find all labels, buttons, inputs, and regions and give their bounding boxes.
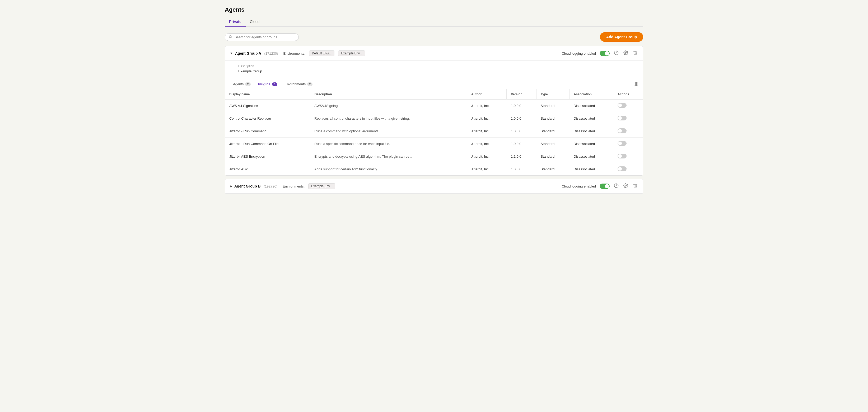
cell-type: Standard	[536, 100, 569, 112]
svg-point-8	[625, 185, 626, 186]
cell-association: Disassociated	[569, 100, 613, 112]
group-id-b: (192720)	[263, 184, 278, 188]
cell-description: Adds support for certain AS2 functionali…	[310, 163, 467, 176]
group-id-a: (171230)	[264, 52, 278, 56]
table-row: Jitterbit - Run Command Runs a command w…	[225, 125, 643, 137]
delete-icon-b[interactable]	[632, 183, 638, 190]
table-row: Jitterbit AES Encryption Encrypts and de…	[225, 150, 643, 163]
cell-version: 1.0.0.0	[507, 125, 536, 137]
chevron-right-icon-b[interactable]: ▶	[230, 184, 232, 188]
top-tabs-bar: Private Cloud	[225, 18, 643, 27]
plugins-badge: 0	[272, 83, 277, 86]
association-toggle[interactable]	[618, 141, 626, 146]
cell-author: Jitterbit, Inc.	[467, 125, 506, 137]
add-agent-group-button[interactable]: Add Agent Group	[600, 32, 643, 42]
settings-icon-a[interactable]	[623, 50, 629, 57]
cell-type: Standard	[536, 125, 569, 137]
inner-tab-agents[interactable]: Agents 2	[230, 80, 254, 89]
association-toggle[interactable]	[618, 128, 626, 133]
svg-point-0	[229, 36, 231, 38]
plugins-table: Display name ↑ Description Author Versio…	[225, 89, 643, 176]
cell-description: Replaces all control characters in input…	[310, 112, 467, 125]
toolbar: Add Agent Group	[225, 32, 643, 42]
group-header-a: ▼ Agent Group A (171230) Environments: D…	[225, 46, 643, 61]
env-badge-default[interactable]: Default Envi...	[309, 51, 335, 56]
association-toggle[interactable]	[618, 166, 626, 171]
cloud-logging-toggle-b[interactable]	[600, 184, 610, 189]
cell-association: Disassociated	[569, 150, 613, 163]
description-label: Description	[238, 64, 630, 68]
cell-association: Disassociated	[569, 163, 613, 176]
table-row: Jitterbit - Run Command On File Runs a s…	[225, 137, 643, 150]
description-value: Example Group	[238, 69, 630, 73]
tab-cloud[interactable]: Cloud	[246, 18, 264, 27]
cloud-logging-label-b: Cloud logging enabled	[562, 184, 596, 188]
cell-type: Standard	[536, 150, 569, 163]
association-toggle[interactable]	[618, 103, 626, 108]
cell-author: Jitterbit, Inc.	[467, 163, 506, 176]
col-description: Description	[310, 89, 467, 100]
inner-tab-plugins[interactable]: Plugins 0	[255, 80, 281, 89]
svg-rect-4	[634, 82, 635, 86]
cloud-logging-toggle-a[interactable]	[600, 51, 610, 56]
cell-version: 1.0.0.0	[507, 137, 536, 150]
cell-type: Standard	[536, 112, 569, 125]
inner-tabs-a: Agents 2 Plugins 0 Environments 2	[225, 77, 643, 89]
table-row: Jitterbit AS2 Adds support for certain A…	[225, 163, 643, 176]
cell-actions	[613, 150, 643, 163]
cell-actions	[613, 137, 643, 150]
cell-association: Disassociated	[569, 112, 613, 125]
search-input[interactable]	[235, 35, 295, 39]
delete-icon-a[interactable]	[632, 50, 638, 57]
group-name-b: Agent Group B	[234, 184, 261, 188]
association-toggle[interactable]	[618, 154, 626, 158]
cell-author: Jitterbit, Inc.	[467, 100, 506, 112]
cell-description: Runs a specific command once for each in…	[310, 137, 467, 150]
chevron-down-icon[interactable]: ▼	[230, 52, 233, 55]
environments-badge: 2	[307, 83, 312, 86]
cell-actions	[613, 100, 643, 112]
col-actions: Actions	[613, 89, 643, 100]
search-icon	[229, 35, 232, 39]
cell-version: 1.0.0.0	[507, 163, 536, 176]
columns-icon[interactable]	[633, 82, 638, 87]
cell-display-name: Jitterbit AES Encryption	[225, 150, 310, 163]
cell-description: AWSV4Signing	[310, 100, 467, 112]
col-association: Association	[569, 89, 613, 100]
environments-label-a: Environments:	[283, 52, 305, 56]
col-author: Author	[467, 89, 506, 100]
cell-display-name: Jitterbit - Run Command On File	[225, 137, 310, 150]
schedule-icon-a[interactable]	[613, 50, 619, 57]
col-version: Version	[507, 89, 536, 100]
environments-label-b: Environments:	[283, 184, 305, 188]
svg-rect-6	[637, 82, 638, 86]
agent-group-card-b: ▶ Agent Group B (192720) Environments: E…	[225, 179, 643, 194]
inner-tab-environments[interactable]: Environments 2	[282, 80, 316, 89]
search-box[interactable]	[225, 33, 299, 41]
col-display-name[interactable]: Display name ↑	[225, 89, 310, 100]
cell-description: Encrypts and decrypts using AES algorith…	[310, 150, 467, 163]
settings-icon-b[interactable]	[623, 183, 629, 190]
svg-rect-5	[636, 82, 637, 86]
schedule-icon-b[interactable]	[613, 183, 619, 190]
cell-author: Jitterbit, Inc.	[467, 150, 506, 163]
group-name-a: Agent Group A	[235, 51, 261, 56]
cell-display-name: AWS V4 Signature	[225, 100, 310, 112]
agent-group-card-a: ▼ Agent Group A (171230) Environments: D…	[225, 46, 643, 176]
table-row: Control Character Replacer Replaces all …	[225, 112, 643, 125]
group-body-a: Description Example Group	[225, 61, 643, 77]
cell-description: Runs a command with optional arguments.	[310, 125, 467, 137]
tab-private[interactable]: Private	[225, 18, 246, 27]
group-header-b: ▶ Agent Group B (192720) Environments: E…	[225, 179, 643, 194]
cell-version: 1.1.0.0	[507, 150, 536, 163]
env-badge-example[interactable]: Example Env...	[338, 51, 365, 56]
cell-actions	[613, 125, 643, 137]
agents-badge: 2	[245, 83, 250, 86]
association-toggle[interactable]	[618, 116, 626, 120]
cell-association: Disassociated	[569, 137, 613, 150]
table-row: AWS V4 Signature AWSV4Signing Jitterbit,…	[225, 100, 643, 112]
env-badge-b-example[interactable]: Example Env...	[308, 183, 335, 189]
cell-association: Disassociated	[569, 125, 613, 137]
cell-actions	[613, 163, 643, 176]
cell-version: 1.0.0.0	[507, 112, 536, 125]
